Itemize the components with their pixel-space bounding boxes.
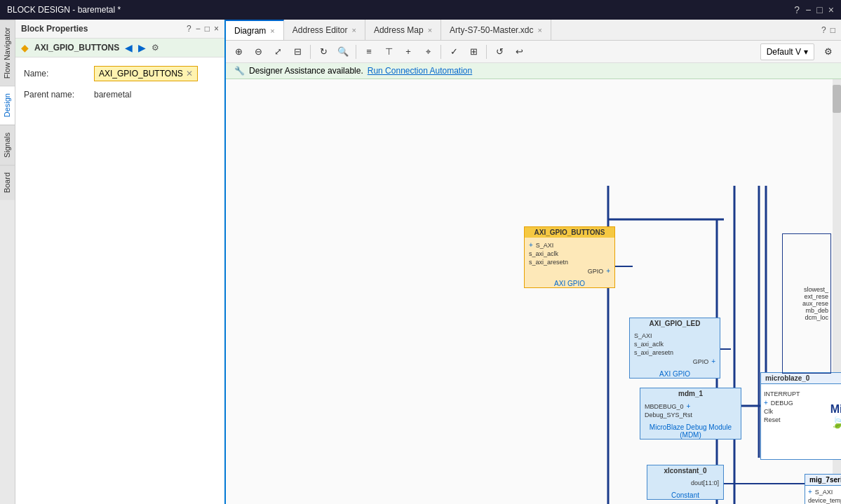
tab-diagram[interactable]: Diagram × — [226, 20, 284, 40]
name-label: Name: — [24, 69, 94, 79]
tab-address-editor-label: Address Editor — [292, 25, 348, 35]
connect-btn[interactable]: ⊤ — [380, 43, 397, 60]
title-help-btn[interactable]: ? — [794, 4, 800, 15]
component-icon: ◆ — [21, 42, 29, 53]
right-area: Diagram × Address Editor × Address Map ×… — [226, 20, 841, 504]
mig-s-axi-port: +S_AXI — [808, 487, 841, 496]
align-btn[interactable]: ≡ — [361, 43, 377, 60]
validate-btn[interactable]: ✓ — [445, 43, 462, 60]
xlconstant-dout-port: dout[11:0] — [652, 479, 719, 487]
add-ip-btn[interactable]: + — [400, 43, 417, 60]
tab-diagram-close[interactable]: × — [270, 27, 274, 35]
view-dropdown[interactable]: Default V ▾ — [760, 43, 814, 60]
xlconstant-header: xlconstant_0 — [647, 465, 723, 476]
microblaze-block[interactable]: microblaze_0 INTERRUPT +DEBUG Clk Reset … — [760, 372, 841, 460]
tab-bar-right: ? □ — [821, 20, 841, 40]
mdm-body: MBDEBUG_0 + Debug_SYS_Rst — [640, 399, 741, 422]
microblaze-center-label: MicroBlaze 🍃 — [830, 387, 841, 445]
auto-layout-btn[interactable]: ⊞ — [465, 43, 482, 60]
title-max-btn[interactable]: □ — [816, 4, 822, 15]
sep3 — [440, 45, 441, 59]
run-connection-automation-link[interactable]: Run Connection Automation — [368, 66, 472, 76]
tab-xdc[interactable]: Arty-S7-50-Master.xdc × — [441, 20, 551, 40]
parent-field-row: Parent name: baremetal — [24, 90, 216, 100]
mdm-block[interactable]: mdm_1 MBDEBUG_0 + Debug_SYS_Rst MicroBla… — [640, 388, 741, 440]
bp-help-btn[interactable]: ? — [187, 24, 191, 34]
axi-gpio-buttons-label: AXI GPIO — [525, 280, 614, 287]
revert-btn[interactable]: ↩ — [511, 43, 527, 60]
bp-title: Block Properties — [21, 24, 88, 34]
sidebar-tab-design[interactable]: Design — [0, 86, 15, 124]
right-block-outline — [782, 233, 831, 374]
name-input[interactable]: AXI_GPIO_BUTTONS ✕ — [94, 66, 198, 81]
tab-help-icon[interactable]: ? — [821, 25, 826, 35]
search-btn[interactable]: 🔍 — [335, 43, 351, 60]
axi-gpio-buttons-s-axi-port: + S_AXI — [529, 240, 610, 250]
title-close-btn[interactable]: × — [828, 4, 834, 15]
toolbar-settings-btn[interactable]: ⚙ — [820, 43, 837, 60]
mig-header: mig_7series_0 — [805, 475, 841, 486]
fit-window-btn[interactable]: ⤢ — [269, 43, 286, 60]
tab-address-map-close[interactable]: × — [428, 26, 432, 34]
app-title: BLOCK DESIGN - baremetal * — [7, 5, 121, 15]
assistance-bar: 🔧 Designer Assistance available. Run Con… — [226, 63, 841, 79]
bp-close-btn[interactable]: × — [214, 24, 219, 34]
mig-body: +S_AXI device_temp_i[11:0] sys_rst clk_r… — [805, 486, 841, 504]
sep2 — [356, 45, 356, 59]
name-clear-btn[interactable]: ✕ — [186, 69, 193, 79]
component-name: AXI_GPIO_BUTTONS — [34, 43, 119, 53]
zoom-out-btn[interactable]: ⊖ — [250, 43, 267, 60]
axi-gpio-led-label: AXI GPIO — [630, 370, 720, 378]
run-btn[interactable]: ↺ — [491, 43, 508, 60]
microblaze-ports-left: INTERRUPT +DEBUG Clk Reset — [761, 387, 830, 445]
axi-gpio-led-aresetn-port: s_axi_aresetn — [634, 348, 715, 357]
tab-address-map-label: Address Map — [374, 25, 424, 35]
axi-gpio-led-block[interactable]: AXI_GPIO_LED S_AXI s_axi_aclk s_axi_ares… — [629, 318, 720, 379]
sidebar-tab-flow-navigator[interactable]: Flow Navigator — [0, 20, 15, 86]
axi-gpio-buttons-aresetn-port: s_axi_aresetn — [529, 258, 610, 266]
view-dropdown-label: Default V — [767, 47, 801, 57]
tab-address-map[interactable]: Address Map × — [365, 20, 441, 40]
assistance-icon: 🔧 — [234, 66, 245, 76]
diagram-canvas[interactable]: AXI_GPIO_BUTTONS + S_AXI s_axi_aclk s_ax… — [226, 79, 841, 504]
bp-fields: Name: AXI_GPIO_BUTTONS ✕ Parent name: ba… — [15, 57, 224, 116]
tab-diagram-label: Diagram — [234, 26, 266, 36]
zoom-area-btn[interactable]: ⊟ — [289, 43, 306, 60]
mdm-debug-sys-port: Debug_SYS_Rst — [645, 411, 736, 419]
zoom-fit-btn[interactable]: ⊕ — [230, 43, 247, 60]
mb-clk-port: Clk — [764, 407, 828, 416]
mb-interrupt-port: INTERRUPT — [764, 390, 828, 398]
mig-block[interactable]: mig_7series_0 +S_AXI device_temp_i[11:0]… — [805, 474, 841, 504]
sidebar-tab-board[interactable]: Board — [0, 165, 15, 200]
component-settings-btn[interactable]: ⚙ — [152, 43, 159, 53]
tab-xdc-close[interactable]: × — [537, 26, 541, 34]
bp-max-btn[interactable]: □ — [205, 24, 210, 34]
nav-fwd-btn[interactable]: ▶ — [138, 42, 146, 53]
microblaze-body: INTERRUPT +DEBUG Clk Reset MicroBlaze 🍃 … — [761, 387, 841, 445]
sep4 — [486, 45, 487, 59]
axi-gpio-buttons-header: AXI_GPIO_BUTTONS — [525, 227, 614, 238]
mb-debug-port: +DEBUG — [764, 398, 828, 407]
scroll-thumb[interactable] — [833, 85, 841, 113]
tab-address-editor[interactable]: Address Editor × — [284, 20, 365, 40]
name-value: AXI_GPIO_BUTTONS — [99, 69, 183, 79]
nav-back-btn[interactable]: ◀ — [125, 42, 133, 53]
axi-gpio-buttons-gpio-port: GPIO + — [529, 266, 610, 275]
axi-gpio-buttons-aclk-port: s_axi_aclk — [529, 250, 610, 258]
title-min-btn[interactable]: − — [805, 4, 811, 15]
tab-max-icon[interactable]: □ — [830, 25, 835, 35]
axi-gpio-buttons-block[interactable]: AXI_GPIO_BUTTONS + S_AXI s_axi_aclk s_ax… — [524, 226, 615, 288]
tab-address-editor-close[interactable]: × — [352, 26, 356, 34]
route-btn[interactable]: ⌖ — [419, 43, 436, 60]
sidebar-tab-signals[interactable]: Signals — [0, 125, 15, 165]
axi-gpio-led-header: AXI_GPIO_LED — [630, 318, 720, 329]
refresh-btn[interactable]: ↻ — [315, 43, 332, 60]
sep1 — [310, 45, 311, 59]
microblaze-header: microblaze_0 — [761, 373, 841, 384]
xlconstant-block[interactable]: xlconstant_0 dout[11:0] Constant — [647, 465, 724, 500]
name-field-row: Name: AXI_GPIO_BUTTONS ✕ — [24, 66, 216, 81]
xlconstant-body: dout[11:0] — [647, 476, 723, 490]
axi-gpio-led-aclk-port: s_axi_aclk — [634, 340, 715, 348]
bp-min-btn[interactable]: − — [196, 24, 201, 34]
mdm-header: mdm_1 — [640, 388, 741, 399]
